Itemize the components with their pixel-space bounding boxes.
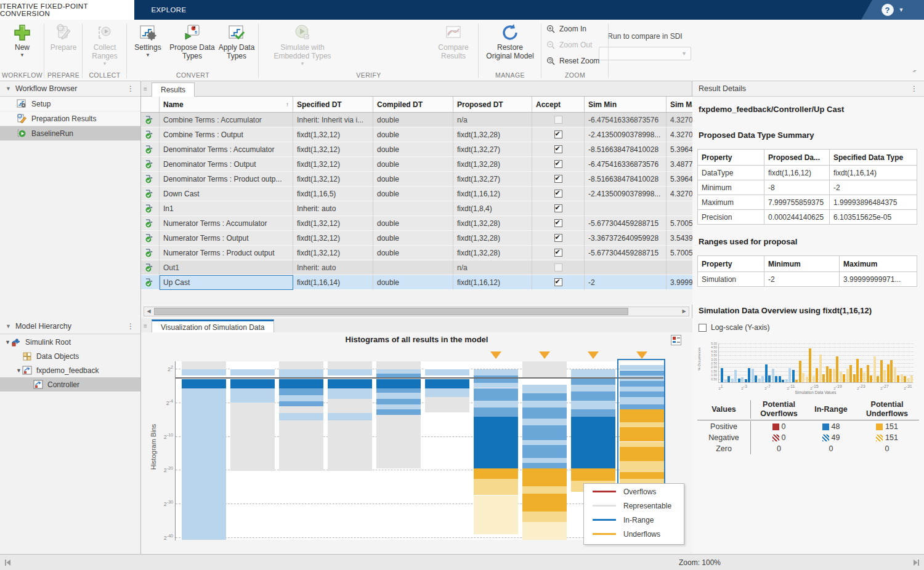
column-header-Accept[interactable]: Accept bbox=[532, 97, 585, 112]
horizontal-scrollbar[interactable]: ◀ ▶ bbox=[144, 307, 689, 316]
table-row[interactable]: Down Castfixdt(1,16,5)doublefixdt(1,16,1… bbox=[141, 187, 692, 201]
table-row[interactable]: Numerator Terms : Accumulatorfixdt(1,32,… bbox=[141, 216, 692, 231]
scroll-right-icon[interactable]: ▶ bbox=[679, 307, 689, 316]
sdi-combobox[interactable]: ▼ bbox=[599, 47, 691, 60]
collapse-ribbon-button[interactable]: ⌃̄ bbox=[909, 70, 919, 78]
new-button[interactable]: New▼ bbox=[6, 23, 38, 58]
sort-ascending-icon[interactable]: ↑ bbox=[286, 101, 289, 108]
sidebar-item-setup[interactable]: Setup bbox=[0, 97, 140, 111]
mini-bar bbox=[734, 370, 737, 382]
accept-checkbox[interactable] bbox=[554, 234, 562, 242]
workflow-browser-menu-icon[interactable]: ⋮ bbox=[127, 84, 134, 93]
column-header-Sim Max[interactable]: Sim Max bbox=[667, 97, 692, 112]
legend-item-in-range: In-Range bbox=[584, 513, 684, 526]
result-details-menu-icon[interactable]: ⋮ bbox=[910, 84, 918, 93]
tree-expander-icon[interactable]: ▼ bbox=[5, 339, 11, 345]
panel-grip-icon[interactable]: ≡ bbox=[144, 86, 147, 92]
column-header-Name[interactable]: Name↑ bbox=[160, 97, 293, 112]
help-button[interactable]: ? bbox=[881, 4, 894, 16]
column-header-icon[interactable] bbox=[141, 97, 160, 112]
mini-bar bbox=[910, 375, 913, 382]
simulate-embedded-button[interactable]: Simulate with Embedded Types▼ bbox=[266, 23, 339, 66]
settings-button[interactable]: Settings▼ bbox=[131, 23, 165, 58]
detail-header-cell: Minimum bbox=[764, 256, 840, 272]
tab-iterative-fixed-point-conversion[interactable]: ITERATIVE FIXED-POINT CONVERSION bbox=[0, 0, 134, 20]
collapse-left-icon[interactable] bbox=[4, 558, 12, 567]
table-row[interactable]: Numerator Terms : Outputfixdt(1,32,12)do… bbox=[141, 231, 692, 246]
histogram-segment bbox=[522, 486, 567, 494]
accept-checkbox[interactable] bbox=[554, 130, 562, 138]
zoom-out-button[interactable]: Zoom Out bbox=[546, 38, 592, 52]
cell-accept bbox=[532, 172, 585, 187]
histogram-column-1[interactable] bbox=[182, 361, 226, 540]
sidebar-item-preparation-results[interactable]: Preparation Results bbox=[0, 111, 140, 126]
table-row[interactable]: Denominator Terms : Outputfixdt(1,32,12)… bbox=[141, 157, 692, 172]
table-row[interactable]: Up Castfixdt(1,16,14)doublefixdt(1,16,12… bbox=[141, 275, 692, 290]
accept-checkbox[interactable] bbox=[554, 160, 562, 168]
table-row[interactable]: Denominator Terms : Accumulatorfixdt(1,3… bbox=[141, 142, 692, 157]
tree-item-controller[interactable]: Controller bbox=[0, 377, 140, 391]
legend-swatch bbox=[593, 519, 616, 521]
histogram-segment bbox=[571, 391, 615, 401]
tab-explore[interactable]: EXPLORE bbox=[134, 0, 203, 20]
model-hierarchy-menu-icon[interactable]: ⋮ bbox=[127, 322, 134, 331]
table-row[interactable]: Denominator Terms : Product outp...fixdt… bbox=[141, 172, 692, 187]
help-caret-icon[interactable]: ▼ bbox=[899, 7, 904, 13]
compare-results-button[interactable]: Compare Results bbox=[434, 23, 473, 60]
histogram-column-5[interactable] bbox=[376, 361, 421, 540]
histogram-column-7[interactable] bbox=[474, 361, 518, 540]
results-tab-strip: ≡ Results bbox=[141, 81, 692, 97]
accept-checkbox[interactable] bbox=[554, 190, 562, 198]
prepare-button[interactable]: Prepare bbox=[48, 23, 79, 52]
log-scale-checkbox[interactable] bbox=[699, 324, 707, 332]
accept-checkbox[interactable] bbox=[554, 278, 562, 286]
histogram-column-4[interactable] bbox=[328, 361, 372, 540]
restore-original-model-button[interactable]: Restore Original Model bbox=[484, 23, 537, 60]
histogram-segment bbox=[522, 512, 567, 522]
table-row[interactable]: Combine Terms : AccumulatorInherit: Inhe… bbox=[141, 113, 692, 127]
histogram-column-6[interactable] bbox=[425, 361, 469, 540]
chevron-down-icon[interactable]: ▼ bbox=[6, 323, 11, 329]
accept-checkbox[interactable] bbox=[554, 204, 562, 212]
accept-checkbox[interactable] bbox=[554, 145, 562, 153]
histogram-column-3[interactable] bbox=[279, 361, 323, 540]
tree-item-fxpdemo_feedback[interactable]: ▼fxpdemo_feedback bbox=[0, 363, 140, 377]
cell-sim-max bbox=[667, 201, 692, 216]
log-scale-label: Log-scale (Y-axis) bbox=[711, 323, 770, 332]
tab-results[interactable]: Results bbox=[152, 82, 195, 97]
accept-checkbox[interactable] bbox=[554, 219, 562, 227]
column-header-Compiled DT[interactable]: Compiled DT bbox=[373, 97, 453, 112]
reset-zoom-button[interactable]: Reset Zoom bbox=[546, 54, 599, 68]
propose-data-types-button[interactable]: fi Propose Data Types bbox=[169, 23, 216, 60]
table-row[interactable]: Numerator Terms : Product outputfixdt(1,… bbox=[141, 246, 692, 260]
scroll-left-icon[interactable]: ◀ bbox=[144, 307, 153, 316]
underflow-marker-icon bbox=[588, 351, 599, 359]
tree-item-data-objects[interactable]: Data Objects bbox=[0, 349, 140, 363]
panel-grip-icon[interactable]: ≡ bbox=[144, 323, 147, 329]
values-cell: 151 bbox=[855, 421, 919, 432]
zoom-in-button[interactable]: Zoom In bbox=[546, 22, 586, 36]
legend-toggle-button[interactable] bbox=[671, 335, 681, 345]
group-label-collect: COLLECT bbox=[83, 71, 127, 79]
tree-expander-icon[interactable]: ▼ bbox=[16, 367, 22, 374]
table-row[interactable]: Out1Inherit: auton/a bbox=[141, 260, 692, 275]
histogram-column-2[interactable] bbox=[230, 361, 275, 540]
column-header-Proposed DT[interactable]: Proposed DT bbox=[453, 97, 532, 112]
scrollbar-thumb[interactable] bbox=[154, 308, 628, 315]
sidebar-item-baselinerun[interactable]: BaselineRun bbox=[0, 126, 140, 141]
table-row[interactable]: In1Inherit: autofixdt(1,8,4) bbox=[141, 201, 692, 216]
tab-visualization[interactable]: Visualization of Simulation Data bbox=[152, 319, 274, 334]
collect-ranges-button[interactable]: Collect Ranges▼ bbox=[86, 23, 123, 66]
column-header-Sim Min[interactable]: Sim Min bbox=[585, 97, 667, 112]
chevron-down-icon[interactable]: ▼ bbox=[6, 86, 11, 92]
tree-item-label: Simulink Root bbox=[25, 338, 71, 347]
accept-checkbox[interactable] bbox=[554, 249, 562, 257]
tree-item-simulink-root[interactable]: ▼Simulink Root bbox=[0, 335, 140, 349]
accept-checkbox[interactable] bbox=[554, 175, 562, 183]
table-row[interactable]: Combine Terms : Outputfixdt(1,32,12)doub… bbox=[141, 127, 692, 142]
apply-data-types-button[interactable]: Apply Data Types bbox=[217, 23, 256, 60]
column-header-Specified DT[interactable]: Specified DT bbox=[293, 97, 373, 112]
mini-y-tick-label: 0.50 bbox=[702, 377, 717, 381]
collapse-right-icon[interactable] bbox=[912, 558, 920, 567]
histogram-column-8[interactable] bbox=[522, 361, 567, 540]
